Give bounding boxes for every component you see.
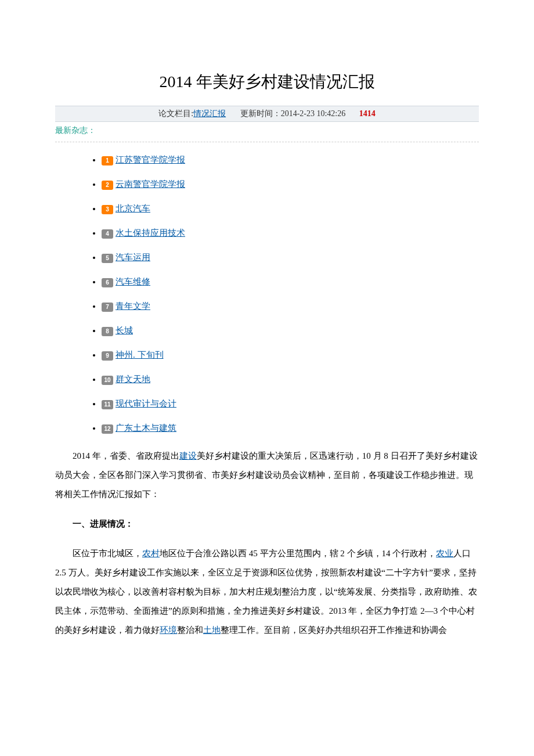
- link-land[interactable]: 土地: [203, 625, 221, 635]
- link-agriculture[interactable]: 农业: [436, 549, 453, 558]
- column-label: 论文栏目:: [158, 109, 193, 118]
- link-rural[interactable]: 农村: [142, 549, 160, 558]
- magazine-link[interactable]: 北京汽车: [116, 204, 150, 213]
- magazine-link[interactable]: 汽车维修: [116, 277, 150, 286]
- magazine-link[interactable]: 群文天地: [116, 375, 150, 384]
- paragraph: 2014 年，省委、省政府提出建设美好乡村建设的重大决策后，区迅速行动，10 月…: [55, 447, 479, 504]
- text: 区位于市北城区，: [73, 549, 142, 558]
- magazine-list: 1江苏警官学院学报2云南警官学院学报3北京汽车4水土保持应用技术5汽车运用6汽车…: [55, 153, 479, 435]
- magazine-link[interactable]: 长城: [116, 326, 133, 335]
- list-item: 6汽车维修: [102, 275, 479, 289]
- text: 人口 2.5 万人。美好乡村建设工作实施以来，全区立足于资源和区位优势，按照新农…: [55, 549, 477, 635]
- magazine-link[interactable]: 水土保持应用技术: [116, 228, 185, 237]
- column-link[interactable]: 情况汇报: [193, 109, 226, 118]
- text: 整治和: [177, 625, 203, 635]
- list-item: 9神州. 下旬刊: [102, 348, 479, 362]
- rank-badge: 10: [102, 376, 113, 385]
- magazine-link[interactable]: 神州. 下旬刊: [116, 350, 164, 359]
- list-item: 12广东土木与建筑: [102, 421, 479, 435]
- rank-badge: 2: [102, 181, 113, 190]
- list-item: 5汽车运用: [102, 250, 479, 264]
- list-item: 10群文天地: [102, 372, 479, 386]
- meta-bar: 论文栏目:情况汇报 更新时间：2014-2-23 10:42:26 1414: [55, 106, 479, 122]
- article-body: 2014 年，省委、省政府提出建设美好乡村建设的重大决策后，区迅速行动，10 月…: [55, 447, 479, 640]
- rank-badge: 7: [102, 303, 113, 312]
- rank-badge: 3: [102, 205, 113, 214]
- magazine-link[interactable]: 青年文学: [116, 301, 150, 311]
- link-environment[interactable]: 环境: [160, 625, 177, 635]
- list-item: 4水土保持应用技术: [102, 226, 479, 240]
- latest-magazine-label: 最新杂志：: [55, 122, 479, 142]
- magazine-link[interactable]: 广东土木与建筑: [116, 423, 176, 433]
- update-time: 2014-2-23 10:42:26: [281, 109, 346, 118]
- rank-badge: 6: [102, 278, 113, 287]
- rank-badge: 1: [102, 156, 113, 165]
- rank-badge: 12: [102, 424, 113, 434]
- text: 2014 年，省委、省政府提出: [73, 451, 179, 460]
- magazine-link[interactable]: 云南警官学院学报: [116, 179, 185, 189]
- page-title: 2014 年美好乡村建设情况汇报: [55, 69, 479, 95]
- rank-badge: 4: [102, 229, 113, 239]
- magazine-link[interactable]: 汽车运用: [116, 253, 150, 262]
- list-item: 3北京汽车: [102, 201, 479, 215]
- rank-badge: 8: [102, 327, 113, 336]
- list-item: 11现代审计与会计: [102, 397, 479, 411]
- update-label: 更新时间：: [240, 109, 281, 118]
- paragraph: 区位于市北城区，农村地区位于合淮公路以西 45 平方公里范围内，辖 2 个乡镇，…: [55, 544, 479, 640]
- text: 整理工作。至目前，区美好办共组织召开工作推进和协调会: [221, 625, 447, 635]
- list-item: 1江苏警官学院学报: [102, 153, 479, 167]
- rank-badge: 9: [102, 351, 113, 361]
- magazine-link[interactable]: 江苏警官学院学报: [116, 155, 185, 164]
- link-construction[interactable]: 建设: [179, 451, 197, 460]
- list-item: 7青年文学: [102, 299, 479, 313]
- view-count: 1414: [359, 109, 376, 118]
- text: 地区位于合淮公路以西 45 平方公里范围内，辖 2 个乡镇，14 个行政村，: [160, 549, 436, 558]
- rank-badge: 11: [102, 400, 113, 409]
- section-heading: 一、进展情况：: [55, 514, 479, 534]
- list-item: 8长城: [102, 323, 479, 337]
- rank-badge: 5: [102, 254, 113, 263]
- magazine-link[interactable]: 现代审计与会计: [116, 399, 176, 408]
- list-item: 2云南警官学院学报: [102, 177, 479, 191]
